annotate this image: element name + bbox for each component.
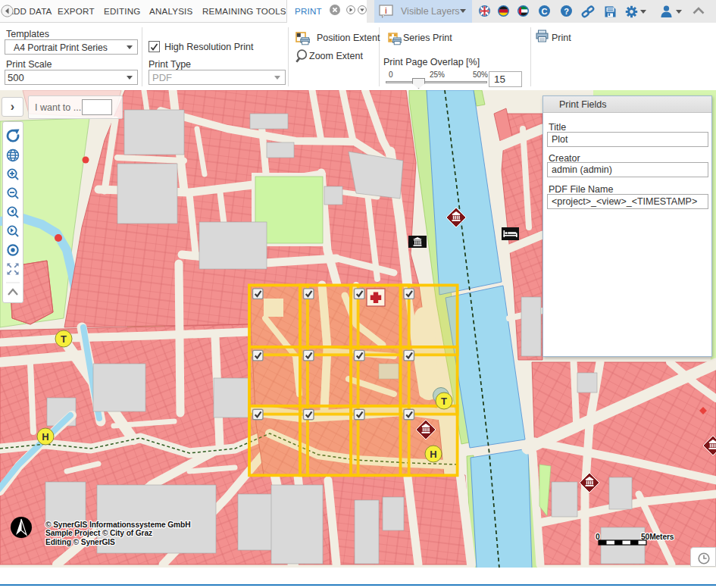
svg-text:H: H	[430, 449, 436, 460]
svg-text:0: 0	[596, 533, 600, 541]
svg-text:T: T	[441, 396, 447, 407]
svg-text:Sample Project © City of Graz: Sample Project © City of Graz	[45, 529, 152, 537]
svg-text:C: C	[542, 7, 548, 16]
svg-text:50Meters: 50Meters	[641, 533, 674, 541]
svg-text:Editing © SynerGIS: Editing © SynerGIS	[45, 538, 115, 546]
svg-text:?: ?	[564, 7, 569, 16]
svg-text:i: i	[385, 7, 387, 15]
svg-text:© SynerGIS Informationssysteme: © SynerGIS Informationssysteme GmbH	[45, 521, 190, 529]
svg-text:H: H	[42, 431, 48, 443]
svg-text:T: T	[61, 333, 67, 345]
